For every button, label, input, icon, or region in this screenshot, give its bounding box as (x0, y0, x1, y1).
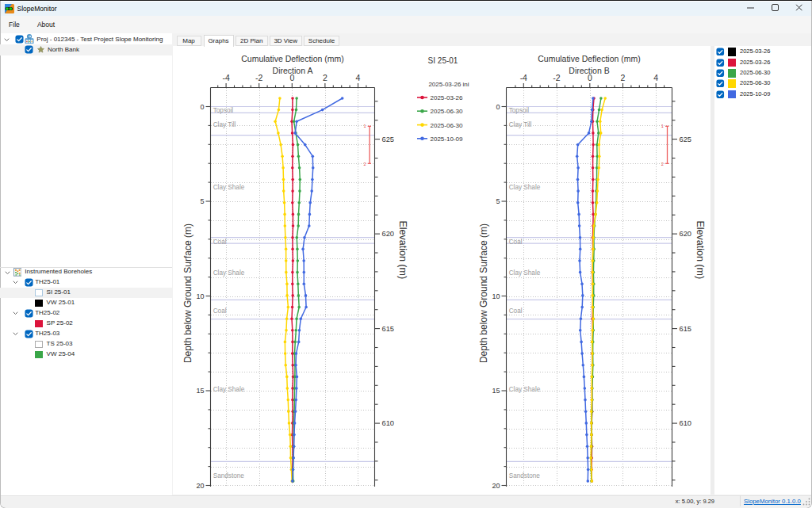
svg-text:Clay Shale: Clay Shale (213, 269, 245, 277)
svg-text:-2: -2 (553, 73, 560, 82)
svg-text:0: 0 (200, 103, 204, 111)
svg-text:625: 625 (680, 136, 692, 143)
svg-text:Depth below Ground Surface (m): Depth below Ground Surface (m) (478, 223, 489, 363)
svg-text:2: 2 (661, 162, 664, 166)
svg-text:Coal: Coal (509, 307, 523, 315)
svg-text:4: 4 (653, 73, 658, 82)
svg-text:Clay Shale: Clay Shale (213, 386, 245, 393)
svg-text:2025-06-30: 2025-06-30 (431, 122, 463, 129)
svg-text:Sandstone: Sandstone (509, 472, 541, 479)
svg-text:5: 5 (200, 197, 204, 205)
svg-text:Topsoil: Topsoil (509, 107, 530, 114)
svg-text:2025-06-30: 2025-06-30 (431, 108, 463, 115)
svg-text:615: 615 (680, 325, 692, 333)
svg-text:SI 25-01: SI 25-01 (428, 56, 458, 65)
svg-text:Coal: Coal (509, 239, 523, 246)
svg-text:2: 2 (323, 73, 327, 82)
svg-text:2: 2 (621, 73, 626, 82)
svg-text:Clay Shale: Clay Shale (509, 386, 541, 393)
svg-text:10: 10 (196, 292, 204, 300)
svg-text:Clay Shale: Clay Shale (509, 269, 541, 277)
svg-text:Elevation (m): Elevation (m) (397, 220, 408, 279)
svg-text:20: 20 (196, 482, 204, 490)
svg-text:2025-03-26: 2025-03-26 (431, 94, 463, 101)
svg-text:Clay Till: Clay Till (509, 121, 532, 128)
svg-text:10: 10 (492, 292, 500, 300)
svg-text:Elevation (m): Elevation (m) (695, 220, 706, 279)
svg-text:15: 15 (492, 387, 500, 395)
svg-text:610: 610 (680, 419, 692, 427)
svg-text:Topsoil: Topsoil (213, 107, 234, 114)
svg-text:2: 2 (363, 162, 366, 166)
svg-text:Clay Till: Clay Till (213, 121, 236, 128)
svg-text:610: 610 (382, 419, 395, 427)
svg-text:1: 1 (363, 124, 366, 128)
svg-text:Cumulative Deflection (mm): Cumulative Deflection (mm) (241, 54, 344, 63)
svg-text:0: 0 (289, 73, 294, 82)
svg-text:Depth below Ground Surface (m): Depth below Ground Surface (m) (182, 223, 193, 363)
svg-text:-4: -4 (222, 73, 229, 82)
svg-text:620: 620 (382, 230, 395, 238)
svg-text:15: 15 (196, 387, 204, 395)
svg-text:Clay Shale: Clay Shale (213, 184, 245, 191)
svg-text:4: 4 (356, 73, 361, 82)
svg-text:Clay Shale: Clay Shale (509, 184, 541, 191)
svg-text:0: 0 (588, 73, 592, 82)
svg-text:625: 625 (382, 136, 395, 143)
svg-text:1: 1 (661, 124, 664, 128)
svg-text:-2: -2 (255, 73, 262, 82)
svg-text:Cumulative Deflection (mm): Cumulative Deflection (mm) (538, 54, 641, 63)
svg-text:Coal: Coal (213, 307, 227, 315)
svg-text:-4: -4 (520, 73, 527, 82)
svg-text:20: 20 (492, 482, 500, 490)
svg-text:620: 620 (680, 230, 692, 238)
svg-text:Coal: Coal (213, 239, 227, 246)
svg-text:615: 615 (382, 325, 395, 333)
svg-text:Sandstone: Sandstone (213, 472, 245, 479)
svg-text:2025-10-09: 2025-10-09 (431, 136, 463, 143)
svg-text:0: 0 (496, 103, 500, 111)
svg-text:2025-03-26 ini: 2025-03-26 ini (428, 81, 469, 88)
svg-text:5: 5 (496, 197, 500, 205)
